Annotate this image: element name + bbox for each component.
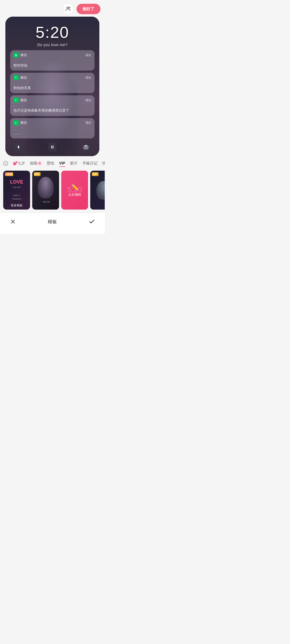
notification-card-2: 微信 现在 . 和你的关系 xyxy=(10,73,95,93)
edit-label: 点击编辑 xyxy=(68,192,81,197)
lock-screen-content: 5:20 Do you love me? 微信 现在 . 想对你说 xyxy=(5,17,99,138)
template-thumb-1[interactable]: LOVE ★★★★ PARTYTONIGHT NEW 更多模板 xyxy=(3,171,30,210)
notif-app-name-3: 微信 xyxy=(20,98,27,103)
template-thumb-3[interactable]: 5:20 ✏️ 点击编辑 xyxy=(61,171,88,210)
notif-message-3: 也不过是热闹集市里的擦肩而过罢了 xyxy=(13,108,91,113)
svg-rect-2 xyxy=(51,146,52,149)
wechat-icon-1 xyxy=(13,52,19,58)
svg-point-1 xyxy=(69,7,70,8)
notif-header-4: 微信 现在 xyxy=(13,120,91,126)
notification-card-1: 微信 现在 . 想对你说 xyxy=(10,50,95,71)
templates-row: LOVE ★★★★ PARTYTONIGHT NEW 更多模板 一夜之间 VIP… xyxy=(0,169,105,213)
edit-overlay: ✏️ 点击编辑 xyxy=(61,171,88,210)
notif-header-1: 微信 现在 xyxy=(13,52,91,58)
notification-card-3: 微信 现在 . 也不过是热闹集市里的擦肩而过罢了 xyxy=(10,95,95,116)
svg-rect-3 xyxy=(53,146,53,149)
notif-header-2: 微信 现在 xyxy=(13,75,91,80)
tab-journal[interactable]: 手账日记 xyxy=(82,161,97,167)
notif-dot-3: . xyxy=(13,104,91,108)
bottom-bar-title: 模板 xyxy=(48,219,57,225)
badge-vip-2: VIP xyxy=(34,172,41,176)
thumb-bg-4 xyxy=(90,171,105,210)
notif-app-info-4: 微信 xyxy=(13,120,27,126)
camera-icon xyxy=(81,142,91,152)
notif-dot-2: . xyxy=(13,81,91,85)
svg-point-0 xyxy=(67,7,68,9)
notif-time-2: 现在 xyxy=(85,76,91,80)
notif-message-1: 想对你说 xyxy=(13,63,91,68)
notif-app-name-2: 微信 xyxy=(20,75,27,80)
tab-quick[interactable]: 快手机 xyxy=(102,161,105,167)
wechat-icon-3 xyxy=(13,97,19,103)
template-thumb-2[interactable]: 一夜之间 VIP xyxy=(32,171,59,210)
tab-qixi[interactable]: 💕七夕 xyxy=(13,161,25,167)
confirm-button[interactable] xyxy=(87,217,97,226)
badge-new-1: NEW xyxy=(5,172,13,176)
notif-dot-4: . xyxy=(13,127,91,130)
pencil-icon: ✏️ xyxy=(71,183,79,191)
tab-holiday[interactable]: 假期🌸 xyxy=(30,161,42,167)
phone-mockup: 5:20 Do you love me? 微信 现在 . 想对你说 xyxy=(5,17,99,156)
notif-message-4: …… xyxy=(13,131,91,136)
notif-app-name-1: 微信 xyxy=(20,53,27,57)
notif-time-1: 现在 xyxy=(85,53,91,57)
badge-vip-4: VIP xyxy=(92,172,99,176)
tab-vip[interactable]: VIP xyxy=(59,161,65,167)
notif-time-4: 现在 xyxy=(85,121,91,125)
wechat-icon-2 xyxy=(13,75,19,80)
notif-app-info-1: 微信 xyxy=(13,52,27,58)
done-button[interactable]: 做好了 xyxy=(77,4,100,14)
pause-icon xyxy=(48,143,57,151)
svg-point-5 xyxy=(85,147,87,148)
notification-card-4: 微信 现在 . …… xyxy=(10,118,95,138)
ban-icon: ⊘ xyxy=(3,161,8,166)
tab-wallpaper[interactable]: 壁纸 xyxy=(47,161,54,167)
lock-bottom-icons xyxy=(5,142,99,152)
template-thumb-4[interactable]: VIP xyxy=(90,171,105,210)
thumb-label-1: 更多模板 xyxy=(3,203,30,207)
top-bar: 做好了 xyxy=(0,0,105,17)
bottom-bar: 模板 xyxy=(0,213,105,234)
thumb-bg-2: 一夜之间 xyxy=(32,171,59,210)
lock-subtitle: Do you love me? xyxy=(10,43,95,47)
flashlight-icon xyxy=(13,142,24,152)
lock-time: 5:20 xyxy=(10,23,95,42)
notif-dot-1: . xyxy=(13,59,91,63)
notif-message-2: 和你的关系 xyxy=(13,86,91,90)
tabs-row: ⊘ 💕七夕 假期🌸 壁纸 VIP 胶片 手账日记 快手机 xyxy=(0,158,105,169)
notif-app-info-3: 微信 xyxy=(13,97,27,103)
tab-film[interactable]: 胶片 xyxy=(70,161,78,167)
tab-ban[interactable]: ⊘ xyxy=(3,161,8,167)
notif-time-3: 现在 xyxy=(85,98,91,102)
notif-app-name-4: 微信 xyxy=(20,120,27,125)
wechat-icon-4 xyxy=(13,120,19,126)
notif-header-3: 微信 现在 xyxy=(13,97,91,103)
notif-app-info-2: 微信 xyxy=(13,75,27,80)
close-button[interactable] xyxy=(8,217,18,226)
people-icon-button[interactable] xyxy=(63,3,74,14)
